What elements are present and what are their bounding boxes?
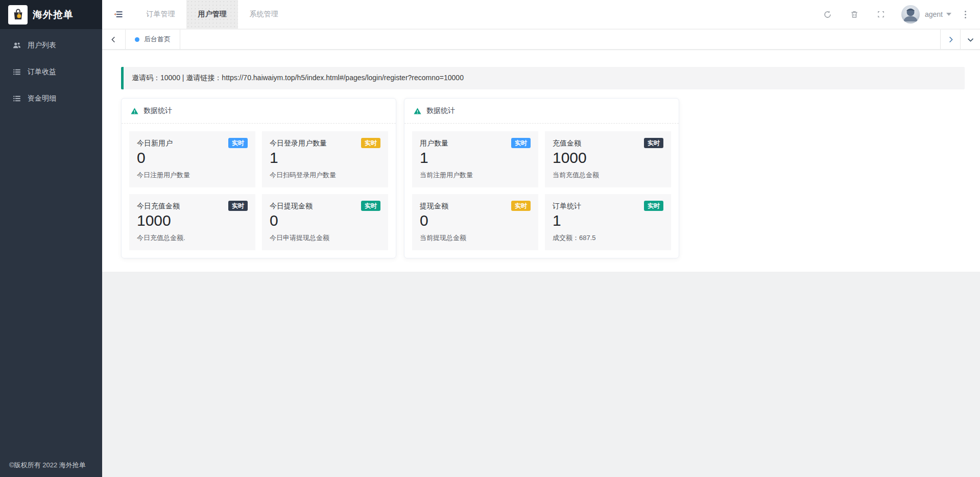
- stat-subtitle: 今日注册用户数量: [137, 171, 248, 180]
- stat-label: 今日登录用户数量: [270, 138, 327, 148]
- user-menu[interactable]: agent: [925, 10, 943, 18]
- stat-subtitle: 当前充值总金额: [553, 171, 663, 180]
- stat-subtitle: 当前提现总金额: [420, 233, 531, 243]
- stat-value: 1: [420, 149, 531, 167]
- fullscreen-icon: [876, 10, 886, 19]
- sidebar-item-user-list[interactable]: 用户列表: [0, 32, 102, 59]
- top-nav-tabs: 订单管理 用户管理 系统管理: [135, 0, 290, 29]
- stat-value: 0: [270, 212, 380, 230]
- list-icon: [12, 94, 21, 103]
- stats-cards-row: 数据统计 今日新用户 实时 0 今日注册用户数量: [121, 98, 965, 258]
- dashboard-page: 邀请码：10000 | 邀请链接：https://70.haiwaiym.top…: [102, 50, 980, 272]
- invite-info-bar: 邀请码：10000 | 邀请链接：https://70.haiwaiym.top…: [121, 67, 965, 89]
- brand-logo-icon: [8, 5, 28, 25]
- stat-value: 1: [553, 212, 663, 230]
- realtime-badge: 实时: [361, 201, 380, 211]
- top-tab-order-management[interactable]: 订单管理: [135, 0, 186, 29]
- chevron-down-icon: [967, 36, 974, 43]
- trash-icon: [850, 10, 859, 19]
- sidebar-item-label: 订单收益: [28, 67, 56, 77]
- stat-label: 提现金额: [420, 201, 448, 211]
- tabstrip-spacer: [180, 30, 940, 49]
- invite-text: 邀请码：10000 | 邀请链接：https://70.haiwaiym.top…: [132, 74, 464, 82]
- stat-value: 1000: [137, 212, 248, 230]
- stat-subtitle: 今日充值总金额.: [137, 233, 248, 243]
- card-body: 用户数量 实时 1 当前注册用户数量 充值金额 实时 1000: [404, 124, 679, 258]
- top-tab-system-management[interactable]: 系统管理: [238, 0, 290, 29]
- realtime-badge: 实时: [644, 201, 663, 211]
- top-navbar: 订单管理 用户管理 系统管理: [102, 0, 980, 29]
- stat-tile-withdraw-today: 今日提现金额 实时 0 今日申请提现总金额: [262, 194, 388, 250]
- stat-label: 今日充值金额: [137, 201, 180, 211]
- stat-value: 0: [137, 149, 248, 167]
- card-body: 今日新用户 实时 0 今日注册用户数量 今日登录用户数量 实时 1: [122, 124, 396, 258]
- stat-subtitle: 今日扫码登录用户数量: [270, 171, 380, 180]
- tabs-actions-button[interactable]: [960, 30, 980, 49]
- card-header: 数据统计: [404, 99, 679, 124]
- card-title: 数据统计: [144, 106, 172, 115]
- stat-label: 充值金额: [553, 138, 581, 148]
- users-icon: [12, 41, 21, 50]
- top-tab-user-management[interactable]: 用户管理: [186, 0, 238, 29]
- card-title: 数据统计: [426, 106, 455, 115]
- sidebar-item-fund-detail[interactable]: 资金明细: [0, 85, 102, 112]
- warning-icon: [413, 107, 422, 115]
- stat-label: 用户数量: [420, 138, 448, 148]
- stat-value: 1000: [553, 149, 663, 167]
- stat-subtitle: 当前注册用户数量: [420, 171, 531, 180]
- realtime-badge: 实时: [511, 201, 531, 211]
- tabs-scroll-left-button[interactable]: [102, 30, 126, 49]
- menu-fold-icon: [113, 9, 124, 19]
- sidebar-item-label: 资金明细: [28, 94, 56, 103]
- card-header: 数据统计: [122, 99, 396, 124]
- brand[interactable]: 海外抢单: [0, 0, 102, 29]
- stat-value: 1: [270, 149, 380, 167]
- realtime-badge: 实时: [361, 138, 380, 148]
- stat-tile-total-recharge: 充值金额 实时 1000 当前充值总金额: [545, 131, 671, 187]
- stat-label: 订单统计: [553, 201, 581, 211]
- list-icon: [12, 67, 21, 77]
- main-content: 邀请码：10000 | 邀请链接：https://70.haiwaiym.top…: [102, 50, 980, 477]
- collapse-sidebar-button[interactable]: [102, 0, 135, 29]
- fullscreen-button[interactable]: [868, 0, 894, 29]
- stat-label: 今日新用户: [137, 138, 173, 148]
- realtime-badge: 实时: [228, 138, 248, 148]
- tab-label: 后台首页: [144, 35, 171, 44]
- clear-cache-button[interactable]: [841, 0, 868, 29]
- chevron-left-icon: [110, 36, 117, 43]
- brand-title: 海外抢单: [33, 8, 74, 21]
- stat-tile-recharge-today: 今日充值金额 实时 1000 今日充值总金额.: [129, 194, 255, 250]
- app-root: 海外抢单 用户列表: [0, 0, 980, 477]
- stat-label: 今日提现金额: [270, 201, 313, 211]
- stat-value: 0: [420, 212, 531, 230]
- kebab-icon: [965, 11, 966, 12]
- realtime-badge: 实时: [644, 138, 663, 148]
- realtime-badge: 实时: [511, 138, 531, 148]
- stat-tile-new-users-today: 今日新用户 实时 0 今日注册用户数量: [129, 131, 255, 187]
- sidebar: 海外抢单 用户列表: [0, 0, 102, 477]
- avatar[interactable]: [901, 5, 920, 23]
- warning-icon: [130, 107, 139, 115]
- stat-subtitle: 今日申请提现总金额: [270, 233, 380, 243]
- chevron-right-icon: [947, 36, 954, 43]
- sidebar-item-order-income[interactable]: 订单收益: [0, 59, 102, 85]
- tabs-scroll-right-button[interactable]: [940, 30, 960, 49]
- refresh-button[interactable]: [815, 0, 841, 29]
- navbar-right: agent: [815, 0, 980, 29]
- chevron-down-icon[interactable]: [946, 13, 951, 16]
- stats-card-total: 数据统计 用户数量 实时 1 当前注册用户数量: [404, 98, 679, 258]
- realtime-badge: 实时: [228, 201, 248, 211]
- stat-tile-order-stats: 订单统计 实时 1 成交额：687.5: [545, 194, 671, 250]
- refresh-icon: [823, 10, 832, 19]
- more-options-button[interactable]: [957, 0, 974, 29]
- copyright: ©版权所有 2022 海外抢单: [9, 461, 86, 470]
- tab-dashboard[interactable]: 后台首页: [126, 30, 180, 49]
- sidebar-menu: 用户列表 订单收益: [0, 29, 102, 112]
- stat-tile-total-withdraw: 提现金额 实时 0 当前提现总金额: [412, 194, 538, 250]
- stat-tile-total-users: 用户数量 实时 1 当前注册用户数量: [412, 131, 538, 187]
- stat-subtitle: 成交额：687.5: [553, 233, 663, 243]
- stat-tile-logins-today: 今日登录用户数量 实时 1 今日扫码登录用户数量: [262, 131, 388, 187]
- tag-view-bar: 后台首页: [102, 29, 980, 50]
- active-tab-dot: [135, 37, 139, 42]
- sidebar-item-label: 用户列表: [28, 41, 56, 50]
